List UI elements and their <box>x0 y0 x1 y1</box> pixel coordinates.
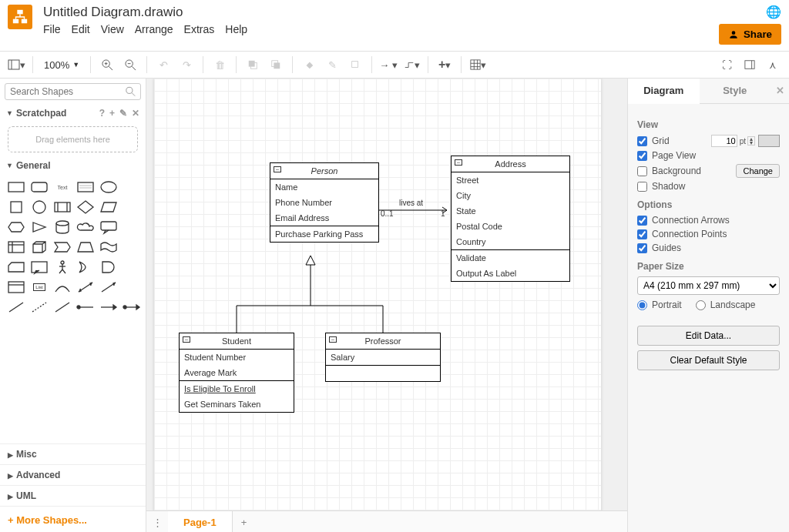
page-tab-1[interactable]: Page-1 <box>168 511 233 532</box>
zoom-in-icon[interactable] <box>97 55 117 75</box>
scratchpad-header[interactable]: ▼ Scratchpad ? + ✎ ✕ <box>0 105 146 122</box>
shape-square[interactable] <box>6 199 26 216</box>
page-paper[interactable]: –Person Name Phone Number Email Address … <box>154 79 601 510</box>
shape-conn3[interactable] <box>122 299 142 316</box>
document-title[interactable]: Untitled Diagram.drawio <box>43 5 719 20</box>
menu-view[interactable]: View <box>101 23 124 35</box>
pageview-checkbox[interactable] <box>637 151 647 161</box>
landscape-radio[interactable] <box>696 300 706 310</box>
shape-trapezoid[interactable] <box>76 239 96 256</box>
shape-blank4[interactable] <box>122 239 142 256</box>
portrait-radio[interactable] <box>637 300 647 310</box>
connection-icon[interactable]: → ▾ <box>378 55 398 75</box>
guides-checkbox[interactable] <box>637 243 647 253</box>
shape-conn2[interactable] <box>99 299 119 316</box>
shape-or[interactable] <box>76 259 96 276</box>
delete-icon[interactable]: 🗑 <box>210 55 230 75</box>
insert-icon[interactable]: + ▾ <box>435 55 455 75</box>
grid-checkbox[interactable] <box>637 136 647 146</box>
close-icon[interactable]: ✕ <box>132 108 139 119</box>
line-color-icon[interactable]: ✎ <box>322 55 342 75</box>
shape-circle[interactable] <box>29 199 49 216</box>
search-shapes[interactable] <box>5 83 141 100</box>
scratchpad-dropzone[interactable]: Drag elements here <box>8 126 138 152</box>
general-header[interactable]: ▼ General <box>0 157 146 174</box>
shape-blank3[interactable] <box>122 219 142 236</box>
shape-blank2[interactable] <box>122 199 142 216</box>
shape-triangle[interactable] <box>29 219 49 236</box>
undo-icon[interactable]: ↶ <box>153 55 173 75</box>
app-logo[interactable] <box>8 5 32 29</box>
conn-points-checkbox[interactable] <box>637 229 647 239</box>
shape-blank6[interactable] <box>122 279 142 296</box>
grid-color-swatch[interactable] <box>758 135 780 147</box>
menu-extras[interactable]: Extras <box>184 23 215 35</box>
shape-ellipse[interactable] <box>99 179 119 196</box>
category-advanced[interactable]: ▶Advanced <box>0 464 146 485</box>
shape-arrow-bi[interactable] <box>76 279 96 296</box>
category-misc[interactable]: ▶Misc <box>0 443 146 464</box>
category-uml[interactable]: ▶UML <box>0 485 146 506</box>
background-checkbox[interactable] <box>637 166 647 176</box>
shape-text[interactable]: Text <box>52 179 72 196</box>
shape-and[interactable] <box>99 259 119 276</box>
shape-internal[interactable] <box>6 239 26 256</box>
canvas[interactable]: –Person Name Phone Number Email Address … <box>146 79 627 510</box>
shape-hexagon[interactable] <box>6 219 26 236</box>
table-icon[interactable]: ▾ <box>468 55 488 75</box>
search-input[interactable] <box>10 86 126 97</box>
zoom-dropdown[interactable]: 100% ▼ <box>39 59 84 71</box>
to-back-icon[interactable] <box>266 55 286 75</box>
collapse-icon[interactable]: – <box>183 336 190 343</box>
menu-help[interactable]: Help <box>225 23 247 35</box>
add-page-icon[interactable]: + <box>233 517 256 528</box>
shape-cloud[interactable] <box>76 219 96 236</box>
edge-label[interactable]: lives at <box>399 199 423 207</box>
shape-list2[interactable]: List <box>29 279 49 296</box>
shape-rounded[interactable] <box>29 179 49 196</box>
shape-diamond[interactable] <box>76 199 96 216</box>
shape-blank5[interactable] <box>122 259 142 276</box>
shape-cylinder[interactable] <box>52 219 72 236</box>
shape-step[interactable] <box>52 239 72 256</box>
edit-data-button[interactable]: Edit Data... <box>637 326 780 346</box>
conn-arrows-checkbox[interactable] <box>637 216 647 226</box>
redo-icon[interactable]: ↷ <box>176 55 196 75</box>
uml-professor[interactable]: –Professor Salary <box>325 333 441 382</box>
edge-mult-src[interactable]: 0..1 <box>381 209 394 218</box>
shape-card[interactable] <box>6 259 26 276</box>
zoom-out-icon[interactable] <box>120 55 140 75</box>
menu-edit[interactable]: Edit <box>72 23 90 35</box>
grid-size-input[interactable] <box>711 135 737 147</box>
uml-address[interactable]: –Address Street City State Postal Code C… <box>451 156 570 282</box>
shape-actor[interactable] <box>52 259 72 276</box>
waypoint-icon[interactable]: ▾ <box>401 55 421 75</box>
shape-conn1[interactable] <box>76 299 96 316</box>
change-bg-button[interactable]: Change <box>736 164 780 178</box>
shape-process[interactable] <box>52 199 72 216</box>
collapse-icon[interactable]: – <box>274 166 281 172</box>
shadow-checkbox[interactable] <box>637 182 647 192</box>
shape-tape[interactable] <box>99 239 119 256</box>
shape-cube[interactable] <box>29 239 49 256</box>
shape-arrow[interactable] <box>99 279 119 296</box>
to-front-icon[interactable] <box>243 55 263 75</box>
shape-blank[interactable] <box>122 179 142 196</box>
collapse-icon[interactable]: ⋏ <box>763 55 783 75</box>
tab-style[interactable]: Style <box>700 79 771 103</box>
close-panel-icon[interactable]: ✕ <box>771 79 789 103</box>
shape-note[interactable] <box>29 259 49 276</box>
tab-diagram[interactable]: Diagram <box>628 79 700 104</box>
fill-color-icon[interactable] <box>299 55 319 75</box>
share-button[interactable]: Share <box>719 24 781 45</box>
help-icon[interactable]: ? <box>99 108 105 119</box>
grid-size-stepper[interactable]: ▴▾ <box>747 136 755 146</box>
menu-arrange[interactable]: Arrange <box>135 23 173 35</box>
language-icon[interactable]: 🌐 <box>766 5 781 19</box>
fullscreen-icon[interactable]: ⛶ <box>717 55 737 75</box>
shape-dashed[interactable] <box>29 299 49 316</box>
pages-menu-icon[interactable]: ⋮ <box>146 517 168 528</box>
add-icon[interactable]: + <box>109 108 115 119</box>
format-panel-icon[interactable] <box>740 55 760 75</box>
uml-student[interactable]: –Student Student Number Average Mark Is … <box>179 333 294 413</box>
